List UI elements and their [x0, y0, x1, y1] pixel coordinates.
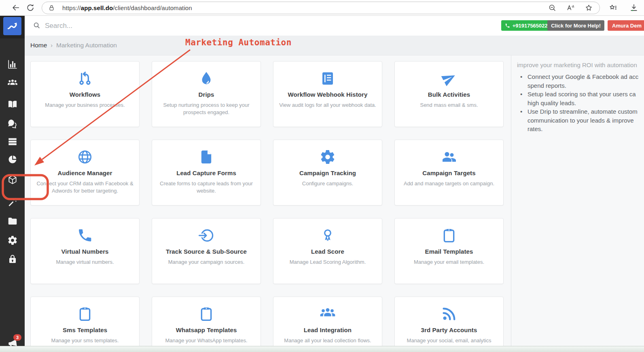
info-panel-heading: improve your marketing ROI with automati… [517, 61, 644, 68]
clipboard-icon [395, 227, 503, 244]
card-subtitle: View audit logs for all your webhook dat… [278, 102, 377, 109]
card-title: Workflows [31, 91, 139, 98]
users-group-icon [273, 306, 382, 322]
sidebar-item-settings[interactable] [0, 234, 25, 247]
card-subtitle: Add and manage targets on campaign. [399, 180, 499, 187]
bullet-line: Use Drip to streamline, automate custom [527, 107, 638, 116]
read-aloud-icon[interactable] [566, 4, 575, 12]
bullet-item: • Use Drip to streamline, automate custo… [517, 107, 644, 134]
card-subtitle: Send mass email & sms. [399, 102, 499, 109]
sidebar-header [0, 15, 25, 38]
sidebar-item-marketing-automation[interactable] [0, 196, 25, 209]
card-sms-templates[interactable]: Sms Templates Manage your sms templates. [30, 297, 140, 348]
card-lead-capture-forms[interactable]: Lead Capture Forms Create forms to captu… [152, 140, 261, 206]
card-track-source-sub-source[interactable]: Track Source & Sub-Source Manage your ca… [152, 218, 261, 284]
card-lead-score[interactable]: Lead Score Manage Lead Scoring Algorithm… [273, 218, 382, 284]
pie-chart-icon [7, 154, 18, 165]
card-workflow-webhook-history[interactable]: Workflow Webhook History View audit logs… [273, 61, 382, 127]
bullet-line: spend reports. [527, 81, 638, 90]
card-subtitle: Manage your email templates. [399, 259, 499, 266]
card-campaign-targets[interactable]: Campaign Targets Add and manage targets … [394, 140, 504, 206]
folder-icon [7, 216, 18, 227]
zoom-out-icon[interactable] [548, 4, 557, 12]
search-icon [33, 21, 40, 29]
address-bar[interactable]: https://app.sell.do/client/dashboard/aut… [42, 2, 600, 14]
card-subtitle: Manage all your lead collection flows. [278, 337, 377, 344]
notification-badge: 3 [13, 334, 21, 341]
downloads-icon[interactable] [629, 3, 638, 12]
site-security-lock-icon[interactable] [48, 4, 55, 12]
sidebar-item-leads[interactable] [0, 77, 25, 90]
card-3rd-party-accounts[interactable]: 3rd Party Accounts Manage your social, e… [394, 297, 504, 348]
sidebar-item-conversations[interactable] [0, 117, 25, 130]
card-title: Whatsapp Templates [152, 327, 261, 333]
card-title: Drips [152, 91, 261, 98]
card-subtitle: Connect your CRM data with Facebook & Ad… [35, 180, 135, 195]
breadcrumb-current: Marketing Automation [56, 42, 117, 49]
card-subtitle: Configure campaigns. [278, 180, 377, 187]
audit-log-icon [273, 70, 382, 87]
sidebar-item-inventory[interactable] [0, 135, 25, 148]
breadcrumb: Home › Marketing Automation [30, 36, 117, 55]
card-title: Audience Manager [31, 170, 139, 176]
browser-toolbar: https://app.sell.do/client/dashboard/aut… [0, 0, 644, 16]
sidebar-item-dashboard[interactable] [0, 58, 25, 71]
support-phone-button[interactable]: +919175650224 [501, 20, 554, 31]
sidebar-item-security[interactable] [0, 253, 25, 266]
account-button[interactable]: Amura Dem [608, 20, 644, 31]
clipboard-icon [152, 306, 261, 322]
sign-in-icon [152, 227, 261, 244]
sell-do-logo[interactable] [3, 17, 21, 35]
breadcrumb-home[interactable]: Home [30, 42, 47, 49]
card-title: Virtual Numbers [31, 248, 139, 255]
card-whatsapp-templates[interactable]: Whatsapp Templates Manage your WhatsApp … [152, 297, 261, 348]
card-title: Bulk Activities [395, 91, 503, 98]
card-subtitle: Manage your WhatsApp templates. [157, 337, 256, 344]
topbar: +919175650224 Click for More Help! Amura… [25, 15, 644, 36]
card-bulk-activities[interactable]: Bulk Activities Send mass email & sms. [394, 61, 504, 127]
search-input[interactable] [44, 19, 256, 32]
card-subtitle: Manage your business processes. [35, 102, 135, 109]
two-users-icon [395, 149, 503, 165]
bullet-line: rates. [527, 125, 638, 134]
bullet-line: Connect your Google & Facebook ad acc [527, 72, 638, 81]
card-subtitle: Manage virtual numbers. [35, 259, 135, 266]
card-title: Campaign Targets [395, 170, 503, 176]
clipboard-icon [31, 306, 139, 322]
sidebar-item-reports[interactable] [0, 153, 25, 166]
sidebar-item-catalog[interactable] [0, 98, 25, 111]
card-subtitle: Create forms to capture leads from your … [157, 180, 256, 195]
bullet-item: • Setup lead scoring so that your users … [517, 90, 644, 107]
phone-icon [505, 23, 510, 28]
rss-icon [395, 306, 503, 322]
card-audience-manager[interactable]: Audience Manager Connect your CRM data w… [30, 140, 140, 206]
card-email-templates[interactable]: Email Templates Manage your email templa… [394, 218, 504, 284]
collections-icon[interactable] [609, 3, 618, 12]
award-ribbon-icon [273, 227, 382, 244]
workflow-icon [31, 70, 139, 87]
card-virtual-numbers[interactable]: Virtual Numbers Manage virtual numbers. [30, 218, 140, 284]
favorite-star-icon[interactable] [585, 4, 593, 12]
gear-icon [273, 149, 382, 165]
card-title: Campaign Tracking [273, 170, 382, 176]
card-lead-integration[interactable]: Lead Integration Manage all your lead co… [273, 297, 382, 348]
rows-icon [7, 136, 18, 147]
card-workflows[interactable]: Workflows Manage your business processes… [30, 61, 140, 127]
sidebar: 3 [0, 15, 25, 346]
cube-icon [7, 174, 18, 185]
refresh-icon[interactable] [26, 3, 35, 12]
info-panel: improve your marketing ROI with automati… [511, 55, 644, 346]
bullet-dot: • [520, 90, 526, 107]
bullet-line: Setup lead scoring so that your users ca [527, 90, 636, 99]
file-icon [152, 149, 261, 165]
help-button[interactable]: Click for More Help! [547, 20, 604, 31]
trend-arrow-icon [6, 20, 19, 32]
card-campaign-tracking[interactable]: Campaign Tracking Configure campaigns. [273, 140, 382, 206]
url-text: https://app.sell.do/client/dashboard/aut… [62, 4, 192, 11]
card-drips[interactable]: Drips Setup nurturing process to keep yo… [152, 61, 261, 127]
book-icon [7, 99, 18, 110]
back-icon[interactable] [11, 3, 20, 12]
sidebar-item-files[interactable] [0, 215, 25, 228]
card-subtitle: Manage Lead Scoring Algorithm. [278, 259, 377, 266]
sidebar-item-packages[interactable] [0, 173, 25, 186]
